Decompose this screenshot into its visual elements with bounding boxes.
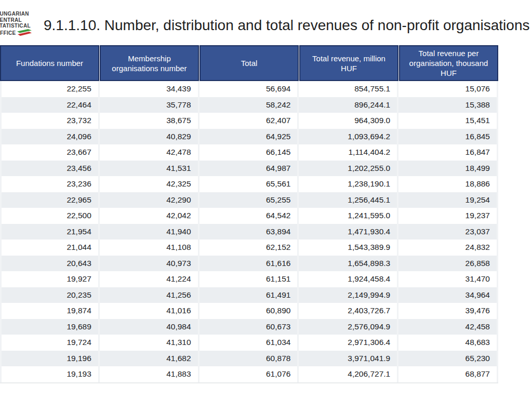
table-cell: 24,096 <box>0 129 100 145</box>
table-cell: 3,971,041.9 <box>299 351 398 367</box>
column-header: Total revenue per organisation, thousand… <box>399 45 498 81</box>
page: HUNGARIAN CENTRAL STATISTICAL OFFICE 9.1… <box>0 0 532 383</box>
table-cell: 19,254 <box>398 192 498 208</box>
column-header: Total revenue, million HUF <box>299 45 398 81</box>
hungarian-flag-swoosh-icon <box>17 29 32 37</box>
table-cell: 1,654,898.3 <box>299 256 398 272</box>
page-header: HUNGARIAN CENTRAL STATISTICAL OFFICE 9.1… <box>0 0 532 45</box>
table-cell: 66,145 <box>200 144 299 161</box>
table-cell: 40,829 <box>100 129 200 145</box>
table-cell: 16,845 <box>398 129 498 145</box>
table-cell: 62,407 <box>200 113 299 129</box>
table-cell: 15,076 <box>398 81 498 97</box>
logo-text-line: STATISTICAL <box>0 23 32 29</box>
table-row: 24,09640,82964,9251,093,694.216,845 <box>0 129 498 145</box>
table-cell: 42,290 <box>100 192 200 208</box>
column-header: Fundations number <box>0 45 99 81</box>
table-cell: 19,196 <box>0 351 100 367</box>
logo-text-line: CENTRAL <box>0 17 32 23</box>
table-cell: 2,403,726.7 <box>299 303 398 319</box>
table-cell: 22,255 <box>0 81 100 97</box>
table-row: 22,96542,29065,2551,256,445.119,254 <box>0 192 498 208</box>
table-cell: 19,724 <box>0 335 100 351</box>
table-cell: 41,531 <box>100 161 200 177</box>
table-row: 19,72441,31061,0342,971,306.448,683 <box>0 335 498 351</box>
table-cell: 23,236 <box>0 176 100 192</box>
table-cell: 64,542 <box>200 208 299 224</box>
table-cell: 20,235 <box>0 287 100 303</box>
statistics-table: Fundations numberMembership organisation… <box>0 45 498 383</box>
table-cell: 60,890 <box>200 303 299 319</box>
table-cell: 23,732 <box>0 113 100 129</box>
table-row: 19,19341,88361,0764,206,727.168,877 <box>0 366 498 382</box>
table-cell: 896,244.1 <box>299 97 398 113</box>
table-cell: 20,643 <box>0 256 100 272</box>
table-cell: 62,152 <box>200 240 299 256</box>
ksh-logo: HUNGARIAN CENTRAL STATISTICAL OFFICE <box>0 11 32 37</box>
table-row: 21,95441,94063,8941,471,930.423,037 <box>0 224 498 240</box>
table-row: 22,46435,77858,242896,244.115,388 <box>0 97 498 113</box>
table-cell: 23,456 <box>0 161 100 177</box>
table-cell: 40,973 <box>100 256 200 272</box>
logo-text-line: OFFICE <box>0 29 32 37</box>
table-cell: 41,883 <box>100 366 200 382</box>
table-cell: 61,616 <box>200 256 299 272</box>
table-cell: 41,108 <box>100 240 200 256</box>
logo-text-line: HUNGARIAN <box>0 11 32 17</box>
table-row: 20,64340,97361,6161,654,898.326,858 <box>0 256 498 272</box>
table-row: 19,19641,68260,8783,971,041.965,230 <box>0 351 498 367</box>
table-cell: 42,458 <box>398 319 498 335</box>
table-cell: 22,500 <box>0 208 100 224</box>
table-cell: 1,924,458.4 <box>299 271 398 287</box>
column-header: Total <box>200 45 299 81</box>
table-row: 19,68940,98460,6732,576,094.942,458 <box>0 319 498 335</box>
table-cell: 41,682 <box>100 351 200 367</box>
table-header-row: Fundations numberMembership organisation… <box>0 45 498 81</box>
table-cell: 58,242 <box>200 97 299 113</box>
table-cell: 61,151 <box>200 271 299 287</box>
table-cell: 2,971,306.4 <box>299 335 398 351</box>
table-cell: 56,694 <box>200 81 299 97</box>
table-cell: 19,927 <box>0 271 100 287</box>
table-cell: 19,237 <box>398 208 498 224</box>
table-cell: 61,034 <box>200 335 299 351</box>
table-cell: 1,241,595.0 <box>299 208 398 224</box>
table-cell: 21,954 <box>0 224 100 240</box>
table-cell: 41,016 <box>100 303 200 319</box>
table-cell: 60,878 <box>200 351 299 367</box>
table-cell: 23,667 <box>0 144 100 161</box>
table-cell: 35,778 <box>100 97 200 113</box>
table-row: 23,66742,47866,1451,114,404.216,847 <box>0 144 498 161</box>
table-row: 23,73238,67562,407964,309.015,451 <box>0 113 498 129</box>
table-cell: 1,238,190.1 <box>299 176 398 192</box>
table-cell: 4,206,727.1 <box>299 366 398 382</box>
table-cell: 21,044 <box>0 240 100 256</box>
table-cell: 964,309.0 <box>299 113 398 129</box>
table-cell: 19,874 <box>0 303 100 319</box>
table-cell: 63,894 <box>200 224 299 240</box>
table-cell: 65,255 <box>200 192 299 208</box>
table-cell: 34,439 <box>100 81 200 97</box>
table-cell: 24,832 <box>398 240 498 256</box>
table-cell: 18,886 <box>398 176 498 192</box>
table-cell: 42,478 <box>100 144 200 161</box>
table-cell: 18,499 <box>398 161 498 177</box>
table-cell: 42,325 <box>100 176 200 192</box>
table-cell: 60,673 <box>200 319 299 335</box>
table-cell: 65,561 <box>200 176 299 192</box>
table-cell: 48,683 <box>398 335 498 351</box>
table-cell: 61,491 <box>200 287 299 303</box>
table-cell: 26,858 <box>398 256 498 272</box>
table-cell: 1,543,389.9 <box>299 240 398 256</box>
table-row: 23,23642,32565,5611,238,190.118,886 <box>0 176 498 192</box>
table-cell: 61,076 <box>200 366 299 382</box>
table-cell: 1,093,694.2 <box>299 129 398 145</box>
table-row: 22,50042,04264,5421,241,595.019,237 <box>0 208 498 224</box>
table-row: 22,25534,43956,694854,755.115,076 <box>0 81 498 97</box>
table-cell: 22,965 <box>0 192 100 208</box>
table-row: 20,23541,25661,4912,149,994.934,964 <box>0 287 498 303</box>
table-row: 21,04441,10862,1521,543,389.924,832 <box>0 240 498 256</box>
table-cell: 68,877 <box>398 366 498 382</box>
table-cell: 42,042 <box>100 208 200 224</box>
table-cell: 38,675 <box>100 113 200 129</box>
